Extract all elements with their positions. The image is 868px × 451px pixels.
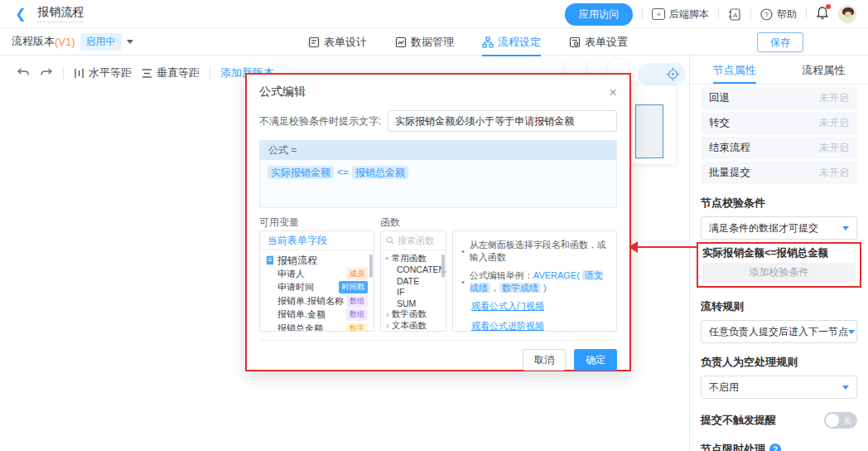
- chevron-down-icon[interactable]: [127, 40, 133, 44]
- field-chip[interactable]: 报销总金额: [352, 166, 408, 179]
- avatar[interactable]: [838, 5, 856, 23]
- help-icon: ?: [760, 8, 773, 21]
- prompt-text-label: 不满足校验条件时提示文字:: [259, 114, 381, 129]
- formula-input-area[interactable]: 实际报销金额<=报销总金额: [260, 160, 616, 207]
- tab-node-properties[interactable]: 节点属性: [690, 56, 779, 84]
- field-chip[interactable]: 实际报销金额: [268, 166, 334, 179]
- address-book-icon: A: [728, 8, 741, 21]
- notification-badge: [826, 4, 831, 9]
- field-type-tag: 时间戳: [339, 281, 368, 293]
- flow-rule-dropdown[interactable]: 任意负责人提交后进入下一节点: [701, 320, 857, 343]
- function-item[interactable]: CONCATENATE: [386, 264, 441, 276]
- modal-title: 公式编辑: [259, 85, 306, 99]
- empty-owner-dropdown[interactable]: 不启用: [701, 376, 857, 399]
- field-type-tag: 数字: [346, 322, 368, 332]
- divider: [642, 8, 643, 20]
- function-search[interactable]: [381, 231, 446, 250]
- function-item[interactable]: IF: [386, 287, 441, 298]
- question-circle-icon[interactable]: ?: [769, 444, 781, 451]
- undo-icon: [17, 67, 30, 79]
- flow-version: 流程版本(V1) 启用中: [12, 33, 133, 51]
- tab-flow-settings[interactable]: 流程设定: [482, 28, 541, 56]
- tab-current-form-fields[interactable]: 当前表单字段: [260, 231, 374, 250]
- locate-crosshair-icon: [666, 67, 680, 81]
- redo-button[interactable]: [40, 67, 53, 79]
- app-access-button[interactable]: 应用访问: [565, 3, 633, 26]
- function-group-text[interactable]: › 文本函数: [386, 320, 441, 332]
- function-group-math[interactable]: › 数学函数: [386, 309, 441, 321]
- svg-text:A: A: [733, 12, 738, 19]
- address-book-button[interactable]: A: [728, 8, 741, 21]
- formula-operator: <=: [337, 167, 349, 178]
- flow-version-label: 流程版本: [12, 34, 55, 49]
- status-text: 未开启: [819, 91, 849, 105]
- confirm-button[interactable]: 确定: [574, 349, 617, 371]
- functions-section-label: 函数: [380, 216, 446, 230]
- function-group-date[interactable]: › 日期函数: [386, 332, 441, 332]
- status-text: 未开启: [819, 141, 849, 155]
- field-item[interactable]: 报销单.金额 数组: [266, 308, 368, 322]
- scrollbar[interactable]: [369, 255, 373, 278]
- option-row-end-flow[interactable]: 结束流程 未开启: [701, 137, 857, 159]
- scrollbar[interactable]: [441, 255, 445, 278]
- form-doc-icon: [266, 255, 274, 265]
- option-row-transfer[interactable]: 转交 未开启: [701, 112, 857, 134]
- field-item[interactable]: 申请时间 时间戳: [266, 281, 368, 295]
- canvas-locate-control[interactable]: [638, 63, 686, 85]
- divider: [63, 66, 64, 80]
- chevron-down-icon: [842, 386, 849, 390]
- formula-help-panel: • 从左侧面板选择字段名和函数，或输入函数 • 公式编辑举例：AVERAGE( …: [452, 230, 617, 332]
- tab-flow-properties[interactable]: 流程属性: [779, 56, 868, 84]
- close-icon[interactable]: ×: [609, 85, 617, 99]
- backend-script-button[interactable]: ‹› 后端脚本: [652, 7, 709, 22]
- field-item[interactable]: 申请人 成员: [266, 267, 368, 281]
- help-button[interactable]: ? 帮助: [760, 7, 797, 22]
- help-tip-1: 从左侧面板选择字段名和函数，或输入函数: [470, 239, 608, 264]
- link-advanced-video[interactable]: 观看公式进阶视频: [471, 320, 608, 332]
- divider: [806, 8, 807, 20]
- align-horizontal-button[interactable]: 水平等距: [74, 65, 132, 80]
- tab-form-settings[interactable]: 表单设置: [569, 28, 628, 56]
- variables-panel: 当前表单字段 报销流程 申请人 成员: [259, 230, 374, 332]
- divider: [750, 8, 751, 20]
- formula-editor-modal: 公式编辑 × 不满足校验条件时提示文字: 公式 = 实际报销金额<=报销总金额 …: [245, 73, 631, 371]
- field-type-tag: 数组: [346, 295, 368, 308]
- function-group-common[interactable]: › 常用函数: [386, 253, 441, 264]
- field-item[interactable]: 报销总金额 数字: [266, 322, 368, 332]
- validation-rule-text[interactable]: 实际报销金额<=报销总金额: [702, 246, 856, 260]
- divider: [210, 66, 210, 80]
- link-intro-video[interactable]: 观看公式入门视频: [471, 300, 608, 313]
- option-row-batch-submit[interactable]: 批量提交 未开启: [701, 162, 857, 184]
- save-button[interactable]: 保存: [757, 32, 803, 52]
- example-chip: 数学成绩: [499, 283, 541, 293]
- validation-heading: 节点校验条件: [701, 196, 857, 211]
- function-item[interactable]: DATE: [386, 275, 441, 287]
- undo-button[interactable]: [17, 67, 30, 79]
- tab-data-management[interactable]: 数据管理: [395, 28, 454, 56]
- tab-form-design[interactable]: 表单设计: [308, 28, 367, 56]
- time-limit-heading: 节点限时处理 ?: [701, 442, 857, 451]
- search-function-input[interactable]: [398, 235, 439, 245]
- back-icon[interactable]: ❮: [15, 7, 26, 21]
- option-row-rollback[interactable]: 回退 未开启: [701, 87, 857, 109]
- properties-sidebar: 节点属性 流程属性 回退 未开启 转交 未开启 结束流程 未开启 批量提交 未开…: [689, 56, 868, 451]
- empty-owner-heading: 负责人为空处理规则: [701, 355, 857, 370]
- field-item[interactable]: 报销单.报销名称 数组: [266, 294, 368, 308]
- design-tabs: 表单设计 数据管理 流程设定 表单设置: [308, 28, 628, 56]
- validation-rule-annotation-box: 实际报销金额<=报销总金额 添加校验条件: [697, 242, 861, 288]
- no-remind-toggle[interactable]: 关: [824, 412, 857, 429]
- notifications-button[interactable]: [816, 6, 829, 23]
- prompt-text-input[interactable]: [388, 110, 617, 132]
- add-validation-button[interactable]: 添加校验条件: [702, 263, 856, 282]
- cancel-button[interactable]: 取消: [523, 349, 566, 371]
- function-item[interactable]: SUM: [386, 298, 441, 309]
- page-title: 报销流程: [37, 5, 84, 22]
- validation-dropdown[interactable]: 满足条件的数据才可提交: [701, 216, 857, 240]
- vertical-spacing-icon: [142, 68, 152, 79]
- chevron-down-icon: [842, 226, 849, 230]
- divider: [718, 8, 719, 20]
- minimap-viewport[interactable]: [635, 104, 663, 158]
- align-vertical-button[interactable]: 垂直等距: [142, 65, 200, 80]
- tree-root-node[interactable]: 报销流程: [266, 254, 368, 267]
- flow-settings-icon: [482, 36, 494, 48]
